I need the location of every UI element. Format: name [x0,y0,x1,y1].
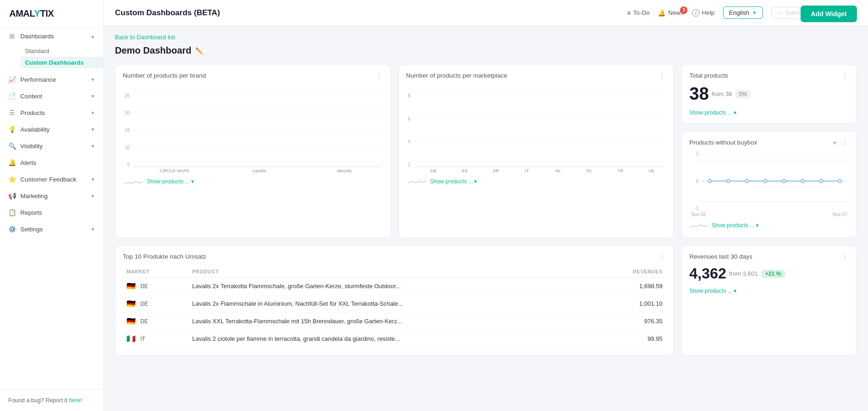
col-market: MARKET [123,266,188,278]
sidebar-item-label: Performance [20,76,56,83]
settings-icon: ⚙️ [8,225,16,233]
dashboard-title-row: Demo Dashboard ✏️ [115,45,857,56]
sidebar-item-marketing[interactable]: 📢 Marketing ▼ [0,187,103,204]
total-products-menu[interactable]: ⋮ [841,72,849,79]
header: Custom Dashboards (BETA) ≡ To-Do 🔔 3 New… [104,0,868,26]
logo: AMALYTIX [0,0,103,28]
sidebar-item-label: Products [20,109,45,116]
sidebar-item-label: Reports [20,209,42,216]
total-products-number: 38 [689,84,709,104]
chevron-down-icon: ▼ [90,193,95,199]
table-row: 🇩🇪DE Lavalis XXL Terrakotta-Flammschale … [123,313,666,330]
brand-chart-widget: Number of products per brand ⋮ 25 20 15 … [115,64,391,238]
buybox-show-products-link[interactable]: Show products ... ▾ [711,222,759,229]
revenues-title: Revenues last 30 days [689,253,753,260]
sidebar-item-reports[interactable]: 📋 Reports [0,204,103,221]
products-icon: ☰ [8,109,16,116]
buybox-menu[interactable]: ⋮ [841,139,849,146]
revenues-menu[interactable]: ⋮ [841,253,849,260]
brand-show-products-link[interactable]: Show products ... ▾ [147,178,194,185]
alerts-icon: 🔔 [8,159,16,166]
edit-icon[interactable]: ✏️ [195,47,203,54]
widget-row-2: Top 10 Produkte nach Umsatz ⋮ MARKET PRO… [115,245,857,356]
brand-mini-graph [125,177,143,186]
chevron-down-icon: ▾ [191,178,194,185]
date-nov03: Nov 03 [691,212,706,217]
content-area: Back to Dashboard list Demo Dashboard ✏️… [104,26,868,411]
date-nov07: Nov 07 [832,212,847,217]
svg-point-7 [764,180,767,183]
sidebar-item-alerts[interactable]: 🔔 Alerts [0,154,103,171]
marketplace-mini-graph [408,177,427,186]
revenues-row: 4,362 from 3,601 +21 % [689,265,849,282]
buybox-mini-graph [689,221,708,230]
dashboard-title: Demo Dashboard [115,45,192,56]
chevron-down-icon: ▾ [756,222,759,229]
chevron-down-icon: ▼ [90,227,95,232]
todo-button[interactable]: ≡ To-Do [627,9,650,17]
sidebar-item-performance[interactable]: 📈 Performance ▼ [0,71,103,88]
total-products-show-link[interactable]: Show products ... ▾ [689,109,849,116]
sidebar-item-customer-feedback[interactable]: ⭐ Customer Feedback ▼ [0,171,103,187]
content-icon: 📄 [8,92,16,100]
col-product: PRODUCT [188,266,586,278]
chevron-down-icon: ▼ [90,127,95,132]
top10-menu[interactable]: ⋮ [658,253,666,260]
revenues-widget: Revenues last 30 days ⋮ 4,362 from 3,601… [681,245,857,356]
chevron-down-icon: ▾ [734,109,736,116]
chevron-up-icon: ▲ [90,34,95,39]
total-products-row: 38 from 38 0% [689,84,849,104]
chevron-down-icon: ▾ [734,288,736,294]
table-row: 🇮🇹IT Lavalis 2 ciotole per fiamme in ter… [123,330,666,348]
sidebar-item-dashboards[interactable]: ⊞ Dashboards ▲ [0,28,103,44]
sidebar-item-availability[interactable]: 💡 Availability ▼ [0,121,103,138]
add-widget-button[interactable]: Add Widget [801,6,857,22]
dashboards-icon: ⊞ [8,32,16,40]
sidebar-sub-standard[interactable]: Standard [20,45,103,57]
visibility-icon: 🔍 [8,142,16,150]
chevron-down-icon: ▼ [90,110,95,115]
revenues-pct: +21 % [761,270,784,278]
news-button[interactable]: 🔔 3 News [658,9,684,17]
widget-row-1: Number of products per brand ⋮ 25 20 15 … [115,64,857,238]
sidebar-sub-custom-dashboards[interactable]: Custom Dashboards [20,57,103,68]
right-column: Total products ⋮ 38 from 38 0% Show prod… [681,64,857,238]
buybox-chart-svg [700,151,849,211]
table-row: 🇩🇪DE Lavalis 2x Flammschale in Aluminium… [123,295,666,313]
sidebar-item-visibility[interactable]: 🔍 Visibility ▼ [0,138,103,154]
sidebar-item-label: Marketing [20,193,48,199]
top10-table: MARKET PRODUCT REVENUES 🇩🇪DE Lavalis 2x … [123,266,666,348]
availability-icon: 💡 [8,126,16,133]
main-area: Custom Dashboards (BETA) ≡ To-Do 🔔 3 New… [104,0,868,411]
svg-point-6 [745,180,748,183]
brand-chart-title: Number of products per brand [123,72,206,79]
buybox-title: Products without buybox [689,139,757,146]
news-badge: 3 [680,6,687,14]
marketplace-chart-menu[interactable]: ⋮ [658,72,666,79]
chevron-down-icon: ▼ [90,94,95,99]
performance-icon: 📈 [8,76,16,83]
svg-point-11 [838,180,841,183]
info-icon: i [692,9,699,17]
revenues-show-products-link[interactable]: Show products ... ▾ [689,288,849,294]
help-button[interactable]: i Help [692,9,715,17]
top10-widget: Top 10 Produkte nach Umsatz ⋮ MARKET PRO… [115,245,674,356]
revenues-number: 4,362 [689,265,726,282]
svg-point-10 [820,180,823,183]
chevron-down-icon: ▼ [90,77,95,82]
language-selector[interactable]: English ▼ [723,6,763,19]
revenues-from: from 3,601 [729,270,758,277]
total-products-pct: 0% [735,90,750,98]
sidebar: AMALYTIX ⊞ Dashboards ▲ Standard Custom … [0,0,104,411]
sidebar-item-products[interactable]: ☰ Products ▼ [0,104,103,121]
marketplace-show-products-link[interactable]: Show products ... ▾ [430,178,477,185]
sidebar-item-label: Content [20,93,42,100]
bug-report-link[interactable]: here! [69,397,82,404]
filter-icon[interactable]: ▼ [832,139,838,146]
sidebar-footer: Found a bug? Report it here! [0,389,103,411]
sidebar-item-settings[interactable]: ⚙️ Settings ▼ [0,221,103,237]
feedback-icon: ⭐ [8,175,16,183]
back-to-dashboard-link[interactable]: Back to Dashboard list [115,34,175,41]
sidebar-item-content[interactable]: 📄 Content ▼ [0,88,103,104]
brand-chart-menu[interactable]: ⋮ [375,72,383,79]
